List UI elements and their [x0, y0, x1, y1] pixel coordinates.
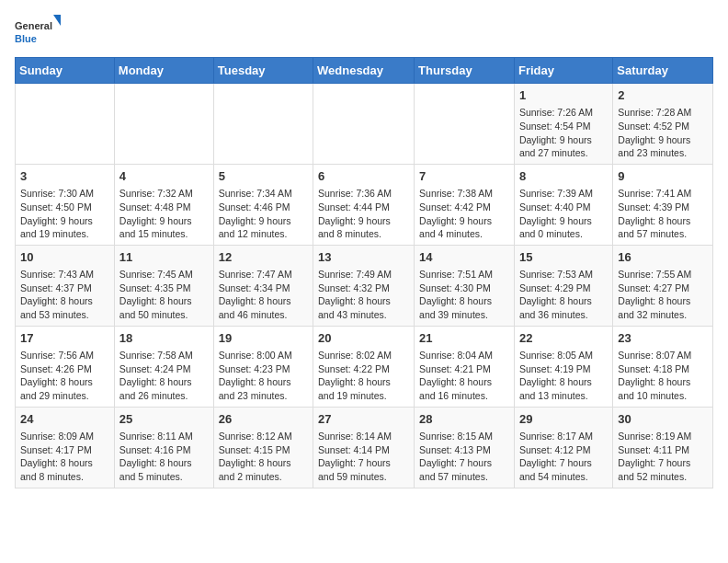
day-info: Sunrise: 8:02 AMSunset: 4:22 PMDaylight:… [318, 349, 409, 403]
calendar-cell: 14Sunrise: 7:51 AMSunset: 4:30 PMDayligh… [415, 245, 515, 326]
calendar-cell: 24Sunrise: 8:09 AMSunset: 4:17 PMDayligh… [16, 407, 115, 488]
calendar-cell: 2Sunrise: 7:28 AMSunset: 4:52 PMDaylight… [613, 84, 713, 165]
calendar-week-3: 10Sunrise: 7:43 AMSunset: 4:37 PMDayligh… [16, 245, 713, 326]
calendar-week-5: 24Sunrise: 8:09 AMSunset: 4:17 PMDayligh… [16, 407, 713, 488]
svg-text:Blue: Blue [15, 33, 37, 44]
day-number: 14 [419, 249, 509, 266]
day-number: 27 [318, 411, 409, 428]
day-number: 13 [318, 249, 409, 266]
calendar-cell: 26Sunrise: 8:12 AMSunset: 4:15 PMDayligh… [213, 407, 313, 488]
day-info: Sunrise: 7:53 AMSunset: 4:29 PMDaylight:… [519, 268, 608, 322]
calendar-cell: 27Sunrise: 8:14 AMSunset: 4:14 PMDayligh… [313, 407, 415, 488]
day-number: 28 [419, 411, 509, 428]
day-number: 6 [318, 168, 409, 185]
calendar-cell: 4Sunrise: 7:32 AMSunset: 4:48 PMDaylight… [114, 164, 213, 245]
calendar-cell: 15Sunrise: 7:53 AMSunset: 4:29 PMDayligh… [514, 245, 612, 326]
calendar-week-4: 17Sunrise: 7:56 AMSunset: 4:26 PMDayligh… [16, 326, 713, 407]
day-info: Sunrise: 8:09 AMSunset: 4:17 PMDaylight:… [20, 430, 109, 484]
calendar-cell: 22Sunrise: 8:05 AMSunset: 4:19 PMDayligh… [514, 326, 612, 407]
header-friday: Friday [514, 58, 612, 84]
day-info: Sunrise: 8:07 AMSunset: 4:18 PMDaylight:… [618, 349, 708, 403]
calendar-cell: 28Sunrise: 8:15 AMSunset: 4:13 PMDayligh… [415, 407, 515, 488]
page-header: General Blue [15, 15, 713, 48]
calendar-table: SundayMondayTuesdayWednesdayThursdayFrid… [15, 57, 713, 488]
calendar-cell: 21Sunrise: 8:04 AMSunset: 4:21 PMDayligh… [415, 326, 515, 407]
day-number: 25 [119, 411, 209, 428]
day-info: Sunrise: 7:58 AMSunset: 4:24 PMDaylight:… [119, 349, 209, 403]
calendar-week-1: 1Sunrise: 7:26 AMSunset: 4:54 PMDaylight… [16, 84, 713, 165]
calendar-cell: 3Sunrise: 7:30 AMSunset: 4:50 PMDaylight… [16, 164, 115, 245]
day-number: 11 [119, 249, 209, 266]
day-info: Sunrise: 8:19 AMSunset: 4:11 PMDaylight:… [618, 430, 708, 484]
header-thursday: Thursday [415, 58, 515, 84]
calendar-cell: 13Sunrise: 7:49 AMSunset: 4:32 PMDayligh… [313, 245, 415, 326]
calendar-cell: 29Sunrise: 8:17 AMSunset: 4:12 PMDayligh… [514, 407, 612, 488]
day-info: Sunrise: 8:05 AMSunset: 4:19 PMDaylight:… [519, 349, 608, 403]
day-number: 21 [419, 330, 509, 347]
day-number: 3 [20, 168, 109, 185]
calendar-cell: 6Sunrise: 7:36 AMSunset: 4:44 PMDaylight… [313, 164, 415, 245]
day-info: Sunrise: 8:00 AMSunset: 4:23 PMDaylight:… [219, 349, 308, 403]
calendar-header-row: SundayMondayTuesdayWednesdayThursdayFrid… [16, 58, 713, 84]
day-info: Sunrise: 7:41 AMSunset: 4:39 PMDaylight:… [618, 187, 708, 241]
calendar-week-2: 3Sunrise: 7:30 AMSunset: 4:50 PMDaylight… [16, 164, 713, 245]
day-info: Sunrise: 7:56 AMSunset: 4:26 PMDaylight:… [20, 349, 109, 403]
calendar-cell: 10Sunrise: 7:43 AMSunset: 4:37 PMDayligh… [16, 245, 115, 326]
header-monday: Monday [114, 58, 213, 84]
day-info: Sunrise: 7:32 AMSunset: 4:48 PMDaylight:… [119, 187, 209, 241]
day-info: Sunrise: 8:14 AMSunset: 4:14 PMDaylight:… [318, 430, 409, 484]
calendar-cell: 16Sunrise: 7:55 AMSunset: 4:27 PMDayligh… [613, 245, 713, 326]
calendar-cell: 18Sunrise: 7:58 AMSunset: 4:24 PMDayligh… [114, 326, 213, 407]
calendar-cell: 20Sunrise: 8:02 AMSunset: 4:22 PMDayligh… [313, 326, 415, 407]
day-info: Sunrise: 7:45 AMSunset: 4:35 PMDaylight:… [119, 268, 209, 322]
day-info: Sunrise: 7:47 AMSunset: 4:34 PMDaylight:… [219, 268, 308, 322]
day-info: Sunrise: 7:34 AMSunset: 4:46 PMDaylight:… [219, 187, 308, 241]
day-number: 17 [20, 330, 109, 347]
day-info: Sunrise: 8:04 AMSunset: 4:21 PMDaylight:… [419, 349, 509, 403]
header-saturday: Saturday [613, 58, 713, 84]
calendar-cell: 12Sunrise: 7:47 AMSunset: 4:34 PMDayligh… [213, 245, 313, 326]
day-info: Sunrise: 7:28 AMSunset: 4:52 PMDaylight:… [618, 106, 708, 160]
day-info: Sunrise: 7:39 AMSunset: 4:40 PMDaylight:… [519, 187, 608, 241]
day-info: Sunrise: 7:26 AMSunset: 4:54 PMDaylight:… [519, 106, 608, 160]
day-number: 10 [20, 249, 109, 266]
calendar-cell: 23Sunrise: 8:07 AMSunset: 4:18 PMDayligh… [613, 326, 713, 407]
day-info: Sunrise: 7:43 AMSunset: 4:37 PMDaylight:… [20, 268, 109, 322]
day-number: 24 [20, 411, 109, 428]
day-number: 7 [419, 168, 509, 185]
calendar-cell: 1Sunrise: 7:26 AMSunset: 4:54 PMDaylight… [514, 84, 612, 165]
day-info: Sunrise: 7:30 AMSunset: 4:50 PMDaylight:… [20, 187, 109, 241]
day-number: 4 [119, 168, 209, 185]
day-number: 23 [618, 330, 708, 347]
calendar-cell: 17Sunrise: 7:56 AMSunset: 4:26 PMDayligh… [16, 326, 115, 407]
calendar-cell [415, 84, 515, 165]
day-number: 29 [519, 411, 608, 428]
day-info: Sunrise: 8:15 AMSunset: 4:13 PMDaylight:… [419, 430, 509, 484]
header-tuesday: Tuesday [213, 58, 313, 84]
logo-svg: General Blue [15, 15, 61, 48]
day-info: Sunrise: 7:49 AMSunset: 4:32 PMDaylight:… [318, 268, 409, 322]
day-number: 26 [219, 411, 308, 428]
calendar-cell [16, 84, 115, 165]
day-info: Sunrise: 7:55 AMSunset: 4:27 PMDaylight:… [618, 268, 708, 322]
header-sunday: Sunday [16, 58, 115, 84]
calendar-cell: 11Sunrise: 7:45 AMSunset: 4:35 PMDayligh… [114, 245, 213, 326]
day-number: 2 [618, 87, 708, 104]
day-number: 30 [618, 411, 708, 428]
day-number: 8 [519, 168, 608, 185]
header-wednesday: Wednesday [313, 58, 415, 84]
day-info: Sunrise: 7:51 AMSunset: 4:30 PMDaylight:… [419, 268, 509, 322]
calendar-cell: 5Sunrise: 7:34 AMSunset: 4:46 PMDaylight… [213, 164, 313, 245]
logo: General Blue [15, 15, 61, 48]
calendar-cell: 30Sunrise: 8:19 AMSunset: 4:11 PMDayligh… [613, 407, 713, 488]
calendar-cell [114, 84, 213, 165]
day-number: 20 [318, 330, 409, 347]
day-number: 9 [618, 168, 708, 185]
day-number: 18 [119, 330, 209, 347]
calendar-cell [313, 84, 415, 165]
day-number: 12 [219, 249, 308, 266]
calendar-cell [213, 84, 313, 165]
calendar-cell: 9Sunrise: 7:41 AMSunset: 4:39 PMDaylight… [613, 164, 713, 245]
day-number: 16 [618, 249, 708, 266]
day-number: 19 [219, 330, 308, 347]
